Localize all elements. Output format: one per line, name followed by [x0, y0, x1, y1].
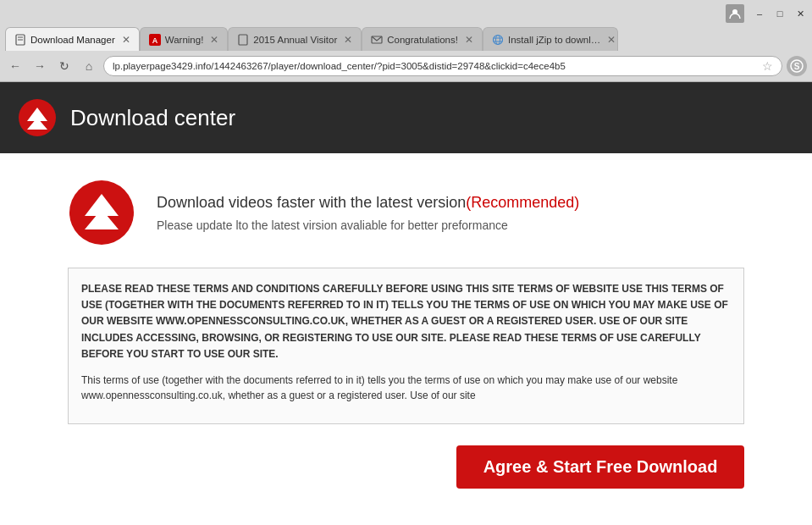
- browser-chrome: – □ ✕ Download Manager ✕ A Warning! ✕ 20…: [0, 0, 812, 82]
- product-title: Download videos faster with the latest v…: [157, 194, 579, 212]
- home-button[interactable]: ⌂: [79, 56, 99, 76]
- forward-button[interactable]: →: [30, 56, 50, 76]
- agree-download-button[interactable]: Agree & Start Free Download: [456, 445, 744, 489]
- maximize-button[interactable]: □: [773, 7, 787, 20]
- page-content: Download center Download videos faster w…: [0, 82, 812, 525]
- svg-text:A: A: [152, 36, 157, 44]
- tab-label: Install jZip to downl…: [508, 35, 600, 45]
- main-area: Download videos faster with the latest v…: [0, 153, 812, 514]
- back-button[interactable]: ←: [5, 56, 25, 76]
- tab-label: 2015 Annual Visitor: [253, 35, 337, 45]
- tabs-bar: Download Manager ✕ A Warning! ✕ 2015 Ann…: [0, 24, 812, 51]
- svg-text:S: S: [794, 62, 800, 71]
- window-controls: – □ ✕: [753, 7, 807, 20]
- tab-close-3[interactable]: ✕: [344, 34, 352, 46]
- svg-rect-6: [239, 35, 247, 45]
- tab-annual-visitor[interactable]: 2015 Annual Visitor ✕: [228, 27, 362, 51]
- globe-icon: [492, 34, 504, 46]
- tab-label: Warning!: [165, 35, 204, 45]
- download-button-container: Agree & Start Free Download: [68, 445, 744, 489]
- page-icon: [14, 34, 26, 46]
- recommended-badge: (Recommended): [466, 194, 579, 211]
- page-header: Download center: [0, 82, 812, 153]
- refresh-button[interactable]: ↻: [54, 56, 75, 76]
- tab-label: Congratulations!: [387, 35, 458, 45]
- svg-point-8: [493, 35, 502, 44]
- adobe-icon: A: [149, 34, 161, 46]
- terms-upper-text: PLEASE READ THESE TERMS AND CONDITIONS C…: [81, 281, 731, 362]
- tab-install-jzip[interactable]: Install jZip to downl… ✕: [483, 27, 618, 51]
- download-manager-logo: [17, 97, 58, 138]
- title-bar: – □ ✕: [0, 0, 812, 24]
- close-button[interactable]: ✕: [793, 7, 807, 20]
- terms-box[interactable]: PLEASE READ THESE TERMS AND CONDITIONS C…: [68, 268, 744, 424]
- bookmark-icon: ☆: [762, 59, 773, 73]
- extension-icon[interactable]: S: [787, 56, 807, 76]
- url-bar[interactable]: lp.playerpage3429.info/1442463267/player…: [103, 56, 782, 76]
- url-text: lp.playerpage3429.info/1442463267/player…: [113, 61, 566, 71]
- product-info: Download videos faster with the latest v…: [68, 179, 744, 246]
- product-subtitle: Please update lto the latest virsion ava…: [157, 218, 579, 232]
- tab-download-manager[interactable]: Download Manager ✕: [5, 27, 140, 51]
- svg-point-9: [495, 35, 500, 44]
- page-icon-2: [237, 34, 249, 46]
- tab-congratulations[interactable]: Congratulations! ✕: [362, 27, 483, 51]
- tab-close-4[interactable]: ✕: [465, 34, 473, 46]
- email-icon: [371, 34, 383, 46]
- minimize-button[interactable]: –: [753, 7, 766, 20]
- tab-close-5[interactable]: ✕: [607, 34, 616, 46]
- address-bar: ← → ↻ ⌂ lp.playerpage3429.info/144246326…: [0, 51, 812, 81]
- terms-lower-text: This terms of use (together with the doc…: [81, 373, 731, 403]
- tab-close-1[interactable]: ✕: [122, 34, 130, 46]
- tab-warning[interactable]: A Warning! ✕: [140, 27, 229, 51]
- product-description: Download videos faster with the latest v…: [157, 194, 579, 232]
- product-logo: [68, 179, 135, 246]
- tab-close-2[interactable]: ✕: [210, 34, 218, 46]
- profile-icon: [726, 4, 744, 23]
- product-title-text: Download videos faster with the latest v…: [157, 194, 466, 211]
- tab-label: Download Manager: [30, 35, 115, 45]
- page-title: Download center: [70, 105, 235, 131]
